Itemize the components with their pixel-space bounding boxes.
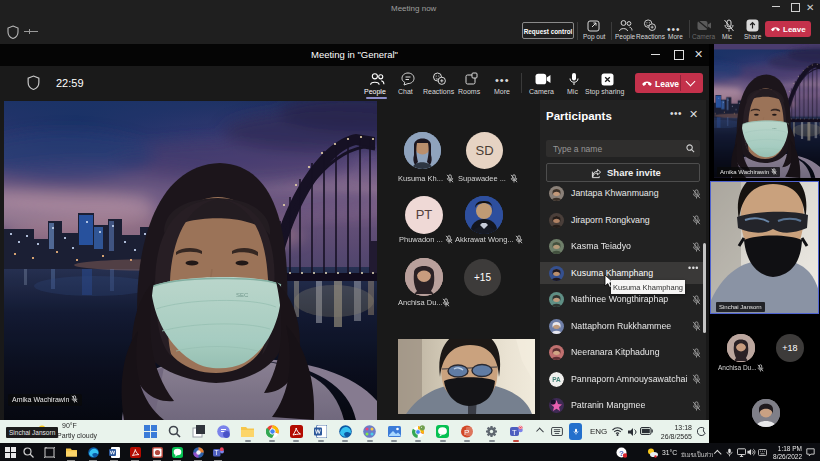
svg-text:P: P xyxy=(464,428,469,437)
svg-text:T: T xyxy=(512,428,517,437)
svg-text:T: T xyxy=(214,449,218,456)
